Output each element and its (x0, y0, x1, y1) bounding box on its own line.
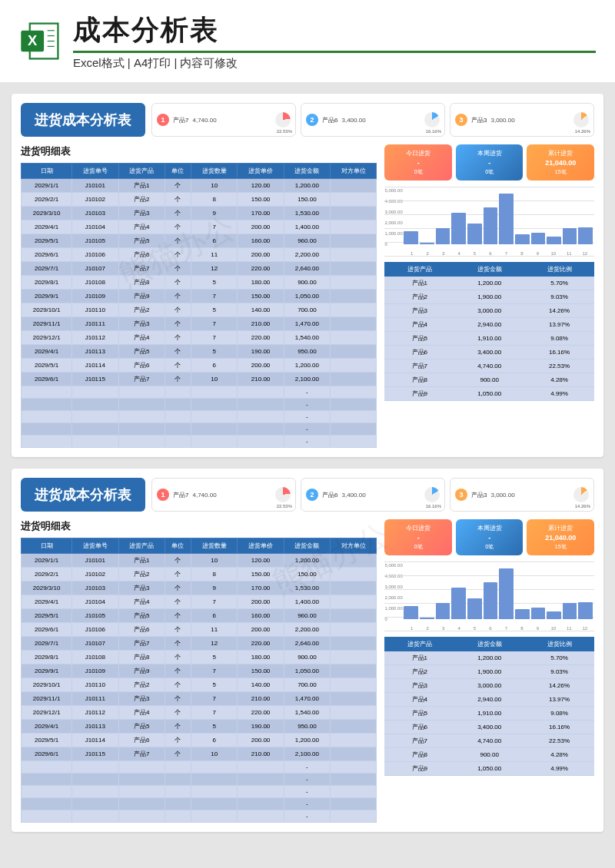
chart-bar (420, 243, 434, 244)
stat-sub: 0笔 (387, 543, 449, 551)
summary-row: 产品21,900.009.03% (384, 290, 594, 304)
summary-row: 产品63,400.0016.16% (384, 346, 594, 359)
stat-value: - (387, 534, 449, 542)
detail-header: 对方单位 (331, 538, 377, 554)
chart-bar (515, 234, 530, 244)
chart-bar (578, 602, 593, 619)
rank-card-2: 2 产品6 3,400.00 16.16% (301, 103, 445, 137)
table-row: 2029/8/1J10108产品8个5180.00900.00 (22, 276, 377, 290)
chart-x-tick: 6 (483, 251, 498, 256)
chart-y-tick: 5,000.00 (384, 563, 402, 568)
table-row-empty: - (22, 774, 377, 786)
chart-bar (484, 207, 498, 244)
rank-donut-icon: 14.26% (573, 487, 589, 502)
stat-value: 21,040.00 (530, 534, 591, 542)
rank-amount: 4,740.00 (192, 492, 216, 499)
rank-amount: 4,740.00 (192, 117, 216, 124)
rank-card-1: 1 产品7 4,740.00 22.53% (151, 103, 296, 137)
chart-bar (467, 224, 482, 244)
chart-bar (404, 606, 418, 619)
rank-amount: 3,000.00 (490, 492, 514, 499)
table-row: 2029/6/1J10115产品7个10210.002,100.00 (22, 747, 377, 761)
rank-badge: 1 (157, 114, 169, 126)
chart-bar (499, 568, 514, 619)
chart-x-tick: 10 (546, 251, 561, 256)
summary-row: 产品33,000.0014.26% (384, 679, 594, 693)
chart-bar (578, 227, 593, 244)
table-row: 2029/7/1J10107产品7个12220.002,640.00 (22, 262, 377, 276)
detail-header: 进货金额 (284, 164, 330, 179)
rank-donut-icon: 16.16% (424, 112, 440, 128)
detail-header: 进货单号 (72, 538, 118, 554)
chart-bar (467, 598, 482, 619)
chart-bar (563, 228, 577, 244)
page-subtitle: Excel格式 | A4打印 | 内容可修改 (73, 56, 596, 71)
chart-x-tick: 12 (577, 251, 593, 256)
table-row: 2029/4/1J10113产品5个5190.00950.00 (22, 345, 377, 359)
sheet-title: 进货成本分析表 (21, 478, 145, 512)
summary-row: 产品51,910.009.08% (384, 332, 594, 346)
chart-bar (436, 228, 450, 244)
stat-card-3: 累计进货 21,040.00 15笔 (527, 519, 594, 555)
chart-x-tick: 2 (420, 626, 435, 631)
detail-header: 进货单价 (238, 164, 284, 179)
table-row: 2029/2/1J10102产品2个8150.00150.00 (22, 568, 377, 581)
table-row: 2029/9/1J10109产品9个7150.001,050.00 (22, 664, 377, 678)
chart-bar (563, 603, 577, 619)
chart-bar (404, 231, 418, 244)
chart-x-tick: 11 (561, 251, 577, 256)
summary-row: 产品11,200.005.70% (384, 651, 594, 665)
stat-label: 今日进货 (387, 149, 449, 157)
table-row-empty: - (22, 399, 377, 411)
stat-card-3: 累计进货 21,040.00 15笔 (527, 144, 594, 181)
chart-x-tick: 5 (467, 251, 482, 256)
chart-bar (499, 194, 514, 244)
table-row: 2029/10/1J10110产品2个5140.00700.00 (22, 303, 377, 317)
table-row: 2029/12/1J10112产品4个7220.001,540.00 (22, 706, 377, 720)
table-row: 2029/11/1J10111产品3个7210.001,470.00 (22, 317, 377, 331)
table-row: 2029/5/1J10114产品6个6200.001,200.00 (22, 734, 377, 747)
stat-sub: 0笔 (459, 543, 520, 551)
table-row: 2029/1/1J10101产品1个10120.001,200.00 (22, 179, 377, 193)
table-row: 2029/6/1J10106产品6个11200.002,200.00 (22, 623, 377, 637)
stat-label: 今日进货 (387, 524, 449, 532)
chart-bar (547, 237, 561, 244)
table-row: 2029/7/1J10107产品7个12220.002,640.00 (22, 637, 377, 651)
chart-bar (547, 611, 561, 619)
detail-table: 日期进货单号进货产品单位进货数量进货单价进货金额对方单位 2029/1/1J10… (21, 163, 377, 448)
summary-row: 产品51,910.009.08% (384, 707, 594, 721)
table-row: 2029/1/1J10101产品1个10120.001,200.00 (22, 554, 377, 568)
detail-header: 对方单位 (331, 164, 377, 179)
chart-y-tick: 5,000.00 (384, 188, 402, 193)
svg-text:X: X (28, 32, 38, 48)
chart-bar (436, 603, 450, 619)
table-row: 2029/8/1J10108产品8个5180.00900.00 (22, 651, 377, 664)
summary-row: 产品11,200.005.70% (384, 277, 594, 290)
summary-table: 进货产品进货金额进货比例 产品11,200.005.70%产品21,900.00… (384, 262, 594, 401)
table-row: 2029/11/1J10111产品3个7210.001,470.00 (22, 692, 377, 706)
chart-y-tick: 1,000.00 (384, 231, 402, 236)
rank-card-2: 2 产品6 3,400.00 16.16% (301, 478, 445, 512)
rank-card-3: 3 产品3 3,000.00 14.26% (450, 478, 594, 512)
rank-badge: 2 (306, 489, 318, 501)
chart-x-tick: 6 (483, 626, 498, 631)
chart-x-tick: 2 (420, 251, 435, 256)
stat-label: 本周进货 (459, 524, 520, 532)
table-row-empty: - (22, 810, 377, 823)
bar-chart: 0 1,000.00 2,000.00 3,000.00 4,000.00 5,… (384, 562, 594, 631)
rank-badge: 1 (157, 489, 169, 501)
rank-donut-icon: 14.26% (573, 112, 589, 128)
chart-x-tick: 10 (546, 626, 561, 631)
table-row: 2029/6/1J10106产品6个11200.002,200.00 (22, 248, 377, 262)
table-row-empty: - (22, 411, 377, 423)
chart-bar (451, 213, 466, 244)
table-row: 2029/12/1J10112产品4个7220.001,540.00 (22, 331, 377, 345)
rank-donut-icon: 22.53% (275, 487, 291, 502)
chart-bar (451, 588, 466, 619)
rank-badge: 3 (455, 489, 467, 501)
detail-header: 单位 (165, 538, 191, 554)
summary-row: 产品74,740.0022.53% (384, 359, 594, 373)
detail-section-title: 进货明细表 (21, 144, 377, 158)
rank-amount: 3,000.00 (490, 117, 514, 124)
summary-header: 进货产品 (384, 262, 454, 277)
